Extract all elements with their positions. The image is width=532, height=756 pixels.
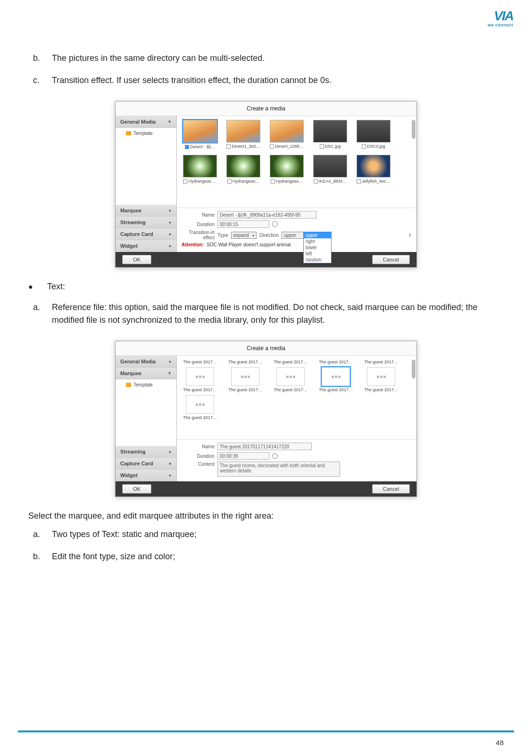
- dropdown-option[interactable]: left: [304, 251, 331, 257]
- thumbnail-item[interactable]: Hydrangeas…: [224, 155, 263, 184]
- logo-tagline: we connect: [488, 23, 513, 27]
- chevron-down-icon: ▼: [167, 371, 172, 376]
- dropdown-option[interactable]: right: [304, 238, 331, 244]
- scrollbar-thumb[interactable]: [412, 360, 416, 378]
- dialog-title: Create a media: [116, 101, 416, 116]
- duration-label: Duration: [182, 454, 215, 459]
- thumbnail-item[interactable]: Hydrangeas…: [267, 155, 306, 184]
- brand-logo: VIA we connect: [488, 9, 513, 27]
- content-textarea[interactable]: The guest rooms, decorated with both ori…: [217, 462, 340, 477]
- checkbox-icon[interactable]: [226, 144, 231, 149]
- attention-text: SOC Wall Player doesn't support animat: [207, 242, 291, 247]
- duration-input[interactable]: 00:00:15: [217, 220, 269, 228]
- thumbnail-item[interactable]: The guest 2017…: [226, 367, 265, 392]
- chevron-right-icon: ▸: [169, 244, 172, 248]
- sidebar-item-streaming[interactable]: Streaming▸: [116, 446, 176, 458]
- thumbnail-item[interactable]: The guest 2017…: [362, 360, 400, 364]
- chevron-right-icon: ▸: [169, 449, 172, 454]
- sidebar-item-template[interactable]: Template: [116, 379, 176, 390]
- chevron-right-icon: ▸: [169, 208, 172, 213]
- list-marker: b.: [28, 52, 52, 65]
- sidebar-item-general-media[interactable]: General Media▼: [116, 116, 176, 128]
- list-item: c. Transition effect. If user selects tr…: [28, 74, 504, 87]
- dropdown-option[interactable]: lower: [304, 244, 331, 251]
- chevron-down-icon: ▼: [167, 119, 172, 124]
- dropdown-option[interactable]: upper: [304, 232, 331, 238]
- sidebar-item-widget[interactable]: Widget▸: [116, 240, 176, 252]
- chevron-right-icon: ▸: [169, 473, 172, 478]
- direction-label: Direction: [259, 232, 279, 238]
- dialog-sidebar: General Media▼ Template Marquee▸ Streami…: [116, 116, 177, 252]
- thumbnail-item[interactable]: The guest 2017…: [362, 367, 400, 392]
- thumbnail-item[interactable]: Hydrangeas …: [181, 155, 219, 184]
- thumbnail-item[interactable]: The guest 2017…: [271, 360, 310, 364]
- thumbnail-grid: Desert - 副… Desert1_3e2… Desert_1288… DS…: [177, 116, 416, 208]
- screenshot-create-media-picture: Create a media General Media▼ Template M…: [115, 101, 417, 268]
- sidebar-item-streaming[interactable]: Streaming▸: [116, 217, 176, 228]
- folder-icon: [126, 131, 131, 135]
- thumbnail-item[interactable]: Desert - 副…: [181, 120, 219, 150]
- checkbox-icon[interactable]: [362, 144, 366, 149]
- cancel-button[interactable]: Cancel: [372, 255, 410, 264]
- checkbox-icon[interactable]: [227, 179, 232, 184]
- thumbnail-item[interactable]: The guest 2017…: [226, 360, 265, 364]
- content-label: Content: [182, 462, 215, 467]
- dialog-sidebar: General Media▸ Marquee▼ Template Streami…: [116, 356, 177, 481]
- type-label: Type: [217, 232, 228, 238]
- bullet-icon: ●: [28, 283, 47, 291]
- thumbnail-item[interactable]: Desert1_3e2…: [224, 120, 263, 150]
- footer-divider: [18, 731, 514, 732]
- list-item: a. Reference file: this option, said the…: [28, 301, 504, 327]
- form-area: Name The guest 201701171141417220 Durati…: [177, 440, 416, 481]
- thumbnail-item[interactable]: The guest 2017…: [181, 360, 219, 364]
- bullet-label: Text:: [47, 282, 65, 292]
- name-input[interactable]: The guest 201701171141417220: [217, 443, 312, 450]
- checkbox-icon[interactable]: [183, 179, 187, 184]
- chevron-right-icon: ▸: [169, 220, 172, 225]
- duration-input[interactable]: 00:00:39: [217, 452, 269, 460]
- list-text: Transition effect. If user selects trans…: [52, 74, 504, 87]
- thumbnail-item[interactable]: The guest 2017…: [181, 367, 219, 392]
- thumbnail-item[interactable]: The guest 2017…: [316, 367, 355, 392]
- thumbnail-item[interactable]: The guest 2017…: [271, 367, 310, 392]
- thumbnail-item[interactable]: DSC.jpg: [311, 120, 349, 150]
- checkbox-icon[interactable]: [320, 144, 324, 149]
- list-item: b. The pictures in the same directory ca…: [28, 52, 504, 65]
- sidebar-item-marquee[interactable]: Marquee▼: [116, 368, 176, 379]
- ok-button[interactable]: OK: [122, 484, 151, 494]
- type-select[interactable]: expand: [231, 232, 257, 239]
- cancel-button[interactable]: Cancel: [372, 484, 410, 494]
- dropdown-option[interactable]: random: [304, 257, 331, 263]
- name-input[interactable]: Desert - 副本_8909a11a-e182-495f-95: [217, 211, 316, 218]
- thumbnail-item[interactable]: The guest 2017…: [181, 395, 219, 420]
- scrollbar-thumb[interactable]: [412, 120, 416, 139]
- sidebar-item-capture-card[interactable]: Capture Card▸: [116, 228, 176, 240]
- thumbnail-item[interactable]: Desert_1288…: [267, 120, 306, 150]
- resize-icon[interactable]: ⇕: [408, 233, 412, 238]
- thumbnail-item[interactable]: DSC0.jpg: [354, 120, 393, 150]
- checkbox-icon[interactable]: [185, 145, 189, 149]
- checkbox-icon[interactable]: [357, 179, 361, 184]
- checkbox-icon[interactable]: [270, 144, 274, 149]
- list-text: The pictures in the same directory can b…: [52, 52, 504, 65]
- sidebar-item-capture-card[interactable]: Capture Card▸: [116, 458, 176, 470]
- thumbnail-item[interactable]: Jellyfish_6ec…: [354, 155, 393, 184]
- sidebar-item-marquee[interactable]: Marquee▸: [116, 205, 176, 217]
- clock-icon[interactable]: [272, 453, 278, 459]
- sidebar-item-general-media[interactable]: General Media▸: [116, 356, 176, 368]
- screenshot-create-media-marquee: Create a media General Media▸ Marquee▼ T…: [115, 341, 417, 497]
- list-item: a. Two types of Text: static and marquee…: [28, 528, 504, 541]
- sidebar-item-template[interactable]: Template: [116, 128, 176, 139]
- clock-icon[interactable]: [272, 221, 278, 227]
- checkbox-icon[interactable]: [271, 179, 275, 184]
- checkbox-icon[interactable]: [314, 179, 318, 184]
- list-marker: a.: [28, 301, 52, 327]
- sidebar-item-widget[interactable]: Widget▸: [116, 470, 176, 481]
- folder-icon: [126, 383, 131, 387]
- chevron-right-icon: ▸: [169, 359, 172, 364]
- name-label: Name: [182, 444, 215, 449]
- thumbnail-item[interactable]: IKEA4_d834…: [311, 155, 349, 184]
- transition-label: Transition-in effect: [182, 230, 215, 240]
- thumbnail-item[interactable]: The guest 2017…: [316, 360, 355, 364]
- ok-button[interactable]: OK: [122, 255, 151, 264]
